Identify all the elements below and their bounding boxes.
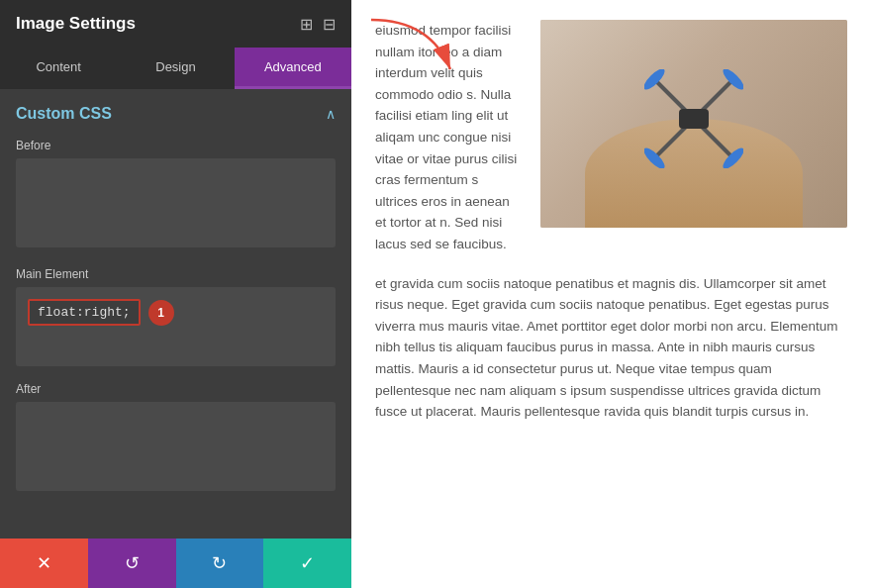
undo-button[interactable]: ↺ — [88, 539, 176, 588]
before-input[interactable] — [16, 158, 336, 247]
bottom-bar: ✕ ↺ ↻ ✓ — [0, 539, 351, 588]
tab-advanced[interactable]: Advanced — [235, 48, 351, 89]
after-label: After — [16, 382, 336, 396]
css-code-value[interactable]: float:right; — [28, 299, 141, 326]
panel-header: Image Settings ⊞ ⊟ — [0, 0, 351, 48]
panel-title: Image Settings — [16, 14, 136, 34]
section-title: Custom CSS — [16, 105, 112, 123]
tab-content[interactable]: Content — [0, 48, 117, 89]
red-arrow — [351, 10, 470, 89]
tab-design[interactable]: Design — [117, 48, 234, 89]
panel-body: Custom CSS ∧ Before Main Element float:r… — [0, 89, 351, 539]
drone-image — [540, 20, 847, 228]
save-button[interactable]: ✓ — [263, 539, 351, 588]
main-element-box: float:right; 1 — [16, 287, 336, 366]
resize-icon[interactable]: ⊞ — [300, 15, 313, 34]
drone-image-bg — [540, 20, 847, 228]
content-text-2: et gravida cum sociis natoque penatibus … — [375, 273, 847, 423]
cancel-button[interactable]: ✕ — [0, 539, 88, 588]
main-element-label: Main Element — [16, 267, 336, 281]
expand-icon[interactable]: ⊟ — [323, 15, 336, 34]
svg-rect-9 — [679, 109, 709, 129]
badge-number: 1 — [148, 300, 174, 326]
code-line: float:right; 1 — [28, 299, 324, 326]
header-icons: ⊞ ⊟ — [300, 15, 336, 34]
right-content-area: eiusmod tempor facilisi nullam itor leo … — [351, 0, 871, 588]
before-label: Before — [16, 139, 336, 152]
drone-svg — [644, 69, 743, 168]
collapse-icon[interactable]: ∧ — [326, 106, 336, 122]
settings-panel: Image Settings ⊞ ⊟ Content Design Advanc… — [0, 0, 351, 588]
redo-button[interactable]: ↻ — [176, 539, 264, 588]
tabs-container: Content Design Advanced — [0, 48, 351, 89]
section-header: Custom CSS ∧ — [16, 105, 336, 123]
after-input[interactable] — [16, 402, 336, 491]
main-element-section: Main Element float:right; 1 — [16, 267, 336, 366]
